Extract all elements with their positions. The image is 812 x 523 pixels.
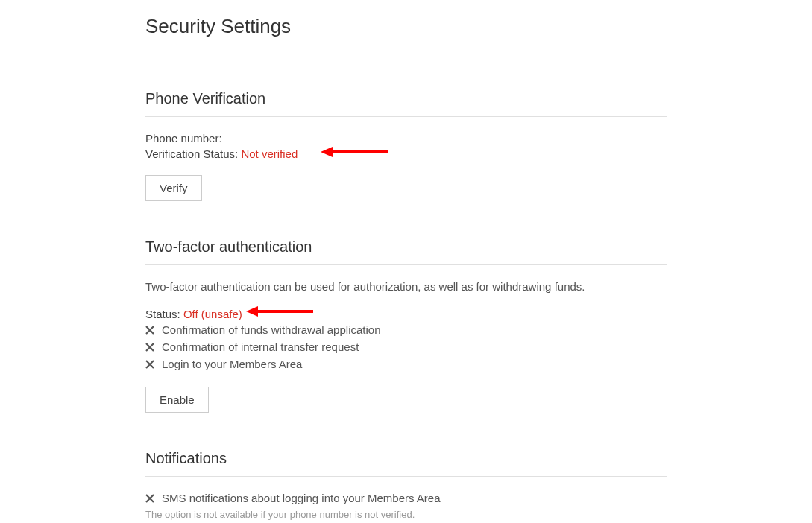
two-factor-status-row: Status: Off (unsafe) (145, 308, 667, 320)
x-icon (145, 326, 154, 335)
x-icon (145, 494, 154, 503)
list-item-label: Confirmation of internal transfer reques… (162, 340, 359, 353)
two-factor-status-label: Status: (145, 308, 180, 320)
x-icon (145, 360, 154, 369)
list-item: Login to your Members Area (145, 358, 667, 370)
two-factor-section: Two-factor authentication Two-factor aut… (145, 238, 667, 413)
list-item: Confirmation of internal transfer reques… (145, 340, 667, 353)
phone-number-label: Phone number: (145, 132, 222, 145)
phone-verification-section: Phone Verification Phone number: Verific… (145, 90, 667, 201)
notifications-note: The option is not available if your phon… (145, 509, 667, 520)
enable-button[interactable]: Enable (145, 387, 209, 413)
two-factor-title: Two-factor authentication (145, 238, 667, 265)
verify-button[interactable]: Verify (145, 175, 202, 201)
verification-status-label: Verification Status: (145, 148, 238, 160)
verification-status-value: Not verified (241, 148, 298, 160)
verification-status-row: Verification Status: Not verified (145, 148, 667, 160)
page-title: Security Settings (145, 15, 667, 38)
two-factor-status-value: Off (unsafe) (183, 308, 242, 320)
list-item-label: Login to your Members Area (162, 358, 302, 370)
phone-section-title: Phone Verification (145, 90, 667, 117)
x-icon (145, 343, 154, 352)
list-item-label: SMS notifications about logging into you… (162, 492, 441, 504)
two-factor-description: Two-factor authentication can be used fo… (145, 280, 667, 293)
list-item: SMS notifications about logging into you… (145, 492, 667, 504)
list-item-label: Confirmation of funds withdrawal applica… (162, 323, 381, 336)
list-item: Confirmation of funds withdrawal applica… (145, 323, 667, 336)
notifications-section: Notifications SMS notifications about lo… (145, 450, 667, 520)
phone-number-row: Phone number: (145, 132, 667, 145)
notifications-title: Notifications (145, 450, 667, 477)
